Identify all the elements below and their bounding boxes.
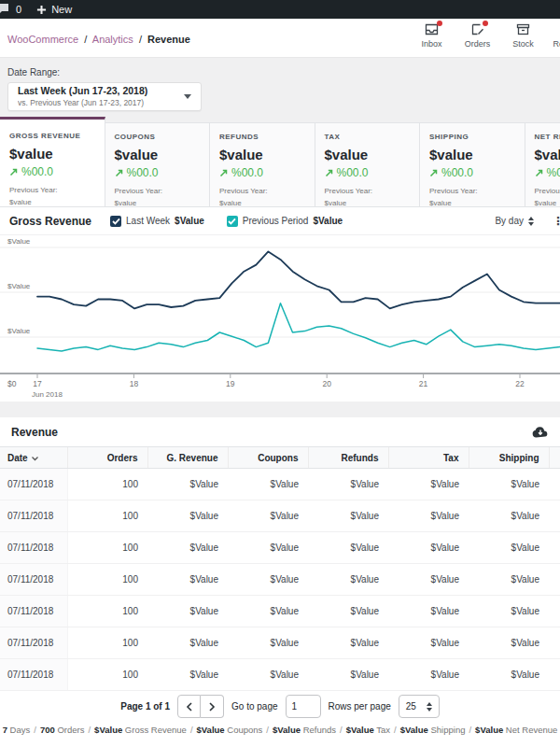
- column-header-refunds[interactable]: Refunds: [308, 447, 388, 469]
- tile-tax[interactable]: TAX$value%00.0Previous Year:$value: [315, 122, 421, 206]
- value-cell: $Value: [469, 532, 549, 564]
- breadcrumb-woocommerce[interactable]: WooCommerce: [7, 34, 78, 45]
- legend-previous-period[interactable]: Previous Period $Value: [227, 216, 343, 227]
- table-row: 07/11/2018100$Value$Value$Value$Value$Va…: [0, 469, 560, 500]
- value-cell: $Value: [308, 532, 388, 564]
- value-cell: $Value: [147, 596, 228, 627]
- download-icon: [532, 426, 549, 438]
- value-cell: $Value: [388, 564, 469, 596]
- table-row: 07/11/2018100$Value$Value$Value$Value$Va…: [0, 659, 560, 691]
- tile-previous-year: Previous Year:$value: [9, 185, 95, 207]
- previous-page-button[interactable]: [177, 695, 201, 718]
- date-cell: 07/11/2018: [0, 627, 67, 659]
- svg-text:$Value: $Value: [7, 237, 31, 246]
- go-to-page-label: Go to page: [231, 701, 277, 712]
- tile-value: $value: [429, 147, 515, 162]
- value-cell: $Value: [228, 596, 308, 627]
- trend-up-icon: [219, 168, 229, 177]
- comments-count[interactable]: 0: [16, 4, 21, 15]
- value-cell: $Value: [228, 469, 308, 500]
- value-cell: $Value: [147, 532, 228, 564]
- date-cell: 07/11/2018: [0, 469, 67, 500]
- tile-net-revenue[interactable]: NET REVENUE$value%00.0Previous Year:$val…: [525, 122, 560, 206]
- column-header-coupons[interactable]: Coupons: [228, 447, 308, 469]
- download-button[interactable]: [532, 426, 549, 438]
- tile-label: NET REVENUE: [535, 133, 560, 141]
- summary-item: $Value Gross Revenue: [94, 725, 187, 735]
- summary-item: $Value Coupons: [197, 725, 263, 735]
- activity-orders-button[interactable]: Orders: [455, 23, 500, 49]
- svg-text:17: 17: [33, 379, 42, 388]
- tile-label: GROSS REVENUE: [9, 132, 95, 140]
- tile-previous-year: Previous Year:$value: [115, 186, 201, 207]
- revenue-table: DateOrdersG. RevenueCouponsRefundsTaxShi…: [0, 446, 560, 691]
- svg-text:$Value: $Value: [7, 282, 31, 290]
- value-cell: $Value: [549, 596, 560, 627]
- table-row: 07/11/2018100$Value$Value$Value$Value$Va…: [0, 596, 560, 627]
- table-row: 07/11/2018100$Value$Value$Value$Value$Va…: [0, 564, 560, 596]
- table-row: 07/11/2018100$Value$Value$Value$Value$Va…: [0, 627, 560, 659]
- activity-stock-button[interactable]: Stock: [500, 23, 546, 49]
- tile-shipping[interactable]: SHIPPING$value%00.0Previous Year:$value: [420, 122, 525, 206]
- tile-refunds[interactable]: REFUNDS$value%00.0Previous Year:$value: [210, 122, 315, 206]
- svg-text:21: 21: [419, 379, 428, 388]
- legend-last-week[interactable]: Last Week $Value: [110, 216, 204, 227]
- page-nav-buttons: [177, 695, 224, 718]
- tile-change: %00.0: [219, 166, 305, 179]
- stock-icon: [516, 23, 530, 35]
- tile-previous-year: Previous Year:$value: [219, 186, 305, 207]
- pagination: Page 1 of 1 Go to page Rows per page 25: [0, 691, 560, 722]
- column-header-net-revenue[interactable]: Net Revenue: [549, 447, 560, 469]
- breadcrumb-analytics[interactable]: Analytics: [92, 34, 133, 45]
- column-header-tax[interactable]: Tax: [388, 447, 469, 469]
- go-to-page-input[interactable]: [286, 695, 321, 718]
- column-header-date[interactable]: Date: [0, 447, 67, 469]
- value-cell: $Value: [147, 627, 228, 659]
- next-page-button[interactable]: [201, 695, 224, 718]
- value-cell: $Value: [388, 469, 469, 500]
- value-cell: $Value: [308, 627, 388, 659]
- tile-change: %00.0: [115, 166, 201, 179]
- summary-item: 700 Orders: [40, 725, 85, 735]
- new-label: New: [51, 4, 72, 15]
- checkbox-checked-icon: [227, 216, 238, 227]
- tile-gross-revenue[interactable]: GROSS REVENUE$value%00.0Previous Year:$v…: [0, 117, 105, 206]
- trend-up-icon: [325, 168, 334, 177]
- chart-title: Gross Revenue: [9, 215, 91, 228]
- column-header-g-revenue[interactable]: G. Revenue: [147, 447, 228, 469]
- summary-item: $Value Tax: [346, 725, 390, 735]
- date-cell: 07/11/2018: [0, 500, 67, 532]
- chart-header: Gross Revenue Last Week $Value Previous …: [0, 207, 560, 235]
- tile-value: $value: [9, 146, 95, 162]
- chevron-left-icon: [186, 702, 193, 712]
- summary-item: $Value Net Revenue: [475, 725, 557, 735]
- chart-more-icon[interactable]: ⋮: [553, 215, 560, 228]
- inbox-icon: [425, 23, 439, 35]
- value-cell: 100: [67, 469, 147, 500]
- trend-up-icon: [429, 168, 439, 177]
- tile-coupons[interactable]: COUPONS$value%00.0Previous Year:$value: [105, 122, 211, 206]
- value-cell: $Value: [228, 500, 308, 532]
- breadcrumb: WooCommerce / Analytics / Revenue: [7, 34, 190, 45]
- value-cell: 100: [67, 659, 147, 691]
- value-cell: $Value: [308, 500, 388, 532]
- rows-per-page-select[interactable]: 25: [399, 695, 440, 718]
- date-range-dropdown[interactable]: Last Week (Jun 17-23, 2018) vs. Previous…: [7, 82, 202, 111]
- tile-value: $value: [115, 147, 201, 162]
- breadcrumb-separator: /: [139, 34, 142, 45]
- tile-label: SHIPPING: [429, 133, 515, 141]
- comments-bubble-icon[interactable]: [0, 3, 10, 17]
- activity-reviews-button[interactable]: Reviews: [546, 23, 560, 49]
- interval-select[interactable]: By day: [495, 216, 534, 226]
- value-cell: $Value: [228, 627, 308, 659]
- value-cell: $Value: [549, 500, 560, 532]
- column-header-shipping[interactable]: Shipping: [469, 447, 549, 469]
- trend-up-icon: [115, 168, 124, 177]
- new-menu-item[interactable]: New: [36, 4, 72, 15]
- column-header-orders[interactable]: Orders: [67, 447, 147, 469]
- value-cell: $Value: [469, 596, 549, 627]
- activity-inbox-button[interactable]: Inbox: [409, 23, 455, 49]
- value-cell: $Value: [388, 596, 469, 627]
- table-row: 07/11/2018100$Value$Value$Value$Value$Va…: [0, 500, 560, 532]
- summary-item: $Value Shipping: [400, 725, 466, 735]
